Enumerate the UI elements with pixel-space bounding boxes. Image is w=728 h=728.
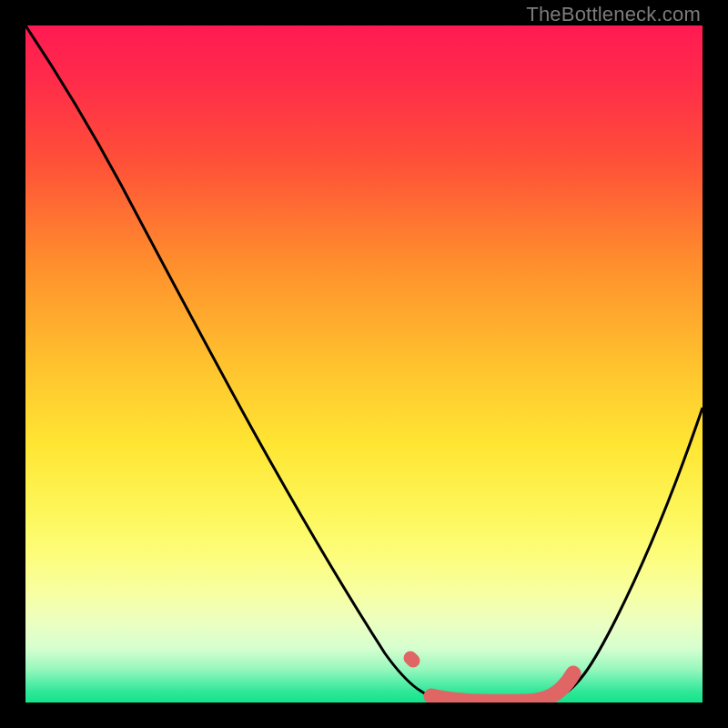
bottleneck-curve [25, 25, 703, 702]
optimal-range-highlight [410, 658, 413, 661]
watermark-text: TheBottleneck.com [526, 3, 701, 26]
optimal-range-highlight-main [431, 673, 573, 702]
plot-area [25, 25, 703, 703]
chart-frame: TheBottleneck.com [0, 0, 728, 728]
curve-svg [25, 25, 703, 703]
